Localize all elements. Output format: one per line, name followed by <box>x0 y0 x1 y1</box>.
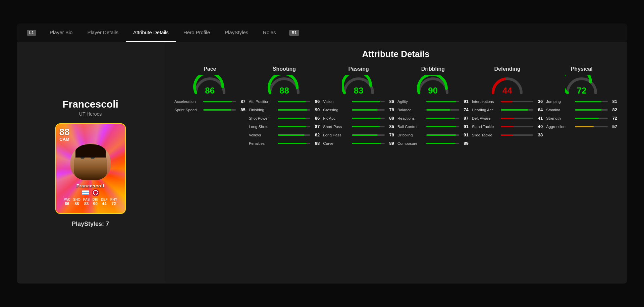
attr-row-reactions: Reactions87 <box>397 116 469 121</box>
category-label-passing: Passing <box>348 66 369 72</box>
attr-name: Volleys <box>249 133 276 137</box>
attr-row-fk-acc: FK Acc.88 <box>323 116 394 121</box>
attr-val: 74 <box>461 107 469 112</box>
nav-tab-player-bio[interactable]: Player Bio <box>42 23 80 42</box>
gauge-value-shooting: 88 <box>279 86 289 95</box>
card-stat-def: DEF44 <box>101 198 108 206</box>
attr-row-dribbling: Dribbling91 <box>397 132 469 137</box>
category-label-defending: Defending <box>494 66 520 72</box>
attr-bar-bg <box>501 134 534 136</box>
nav-tab-attribute-details[interactable]: Attribute Details <box>126 23 176 42</box>
attr-bar-bg <box>426 143 459 144</box>
attr-val: 88 <box>312 141 320 146</box>
attr-bar-bg <box>352 126 385 127</box>
attr-bar-bg <box>575 109 608 111</box>
attr-name: Reactions <box>397 116 424 120</box>
card-stat-pas: PAS83 <box>83 198 90 206</box>
attr-val: 87 <box>312 124 320 129</box>
section-title: Attribute Details <box>174 49 617 59</box>
attr-bar-bg <box>575 101 608 102</box>
attr-name: Interceptions <box>472 100 499 104</box>
nav-tab-roles[interactable]: Roles <box>256 23 283 42</box>
attr-bar-bg <box>278 109 311 111</box>
attr-name: Aggression <box>546 125 573 129</box>
attr-bar-fill <box>501 109 528 111</box>
category-passing: Passing 83Vision86Crossing78FK Acc.88Sho… <box>323 66 394 149</box>
attr-bar-fill <box>352 118 381 119</box>
attr-name: Slide Tackle <box>472 133 499 137</box>
attr-name: Heading Acc. <box>472 108 499 112</box>
attr-bar-bg <box>426 118 459 119</box>
attr-bar-bg <box>501 101 534 102</box>
player-name: Francescoli <box>62 99 118 110</box>
attr-name: Long Shots <box>249 125 276 129</box>
gauge-value-pace: 86 <box>205 86 215 95</box>
attr-bar-fill <box>575 126 594 127</box>
attr-row-agility: Agility91 <box>397 99 469 104</box>
attr-val: 41 <box>535 116 543 121</box>
attr-row-att-position: Att. Position86 <box>249 99 320 104</box>
attr-bar-fill <box>278 118 306 119</box>
main-content: Francescoli UT Heroes 88 CAM <box>17 42 627 284</box>
attr-bar-fill <box>352 109 377 111</box>
category-defending: Defending 44Interceptions36Heading Acc.8… <box>472 66 543 149</box>
nav-tab-hero-profile[interactable]: Hero Profile <box>176 23 217 42</box>
player-card: 88 CAM Francescoli PAC86SHO88PAS83D <box>55 123 126 214</box>
attr-bar-fill <box>426 101 456 102</box>
card-position: CAM <box>59 137 70 142</box>
gauge-physical: 72 <box>565 75 598 95</box>
gauge-shooting: 88 <box>267 75 301 95</box>
card-stat-phy: PHY72 <box>110 198 117 206</box>
card-stat-dri: DRI90 <box>93 198 98 206</box>
attr-bar-fill <box>278 143 307 144</box>
attr-val: 88 <box>387 116 394 121</box>
attr-val: 91 <box>461 99 469 104</box>
category-label-pace: Pace <box>204 66 216 72</box>
attributes-grid: Pace 86Acceleration87Sprint Speed85Shoot… <box>174 66 617 149</box>
attr-row-def-aware: Def. Aware41 <box>472 116 543 121</box>
attr-val: 89 <box>387 141 394 146</box>
attr-row-vision: Vision86 <box>323 99 394 104</box>
attr-bar-bg <box>278 134 311 136</box>
attr-bar-bg <box>278 126 311 127</box>
attr-row-short-pass: Short Pass85 <box>323 124 394 129</box>
gauge-passing: 83 <box>342 75 375 95</box>
attr-bar-bg <box>352 143 385 144</box>
card-stats-row: PAC86SHO88PAS83DRI90DEF44PHY72 <box>59 198 122 206</box>
attr-row-aggression: Aggression57 <box>546 124 617 129</box>
attr-val: 82 <box>610 107 617 112</box>
attr-val: 87 <box>461 116 469 121</box>
gauge-value-defending: 44 <box>502 86 512 95</box>
attr-name: Crossing <box>323 108 350 112</box>
attr-bar-bg <box>501 126 534 127</box>
attr-bar-fill <box>575 118 598 119</box>
attr-row-interceptions: Interceptions36 <box>472 99 543 104</box>
attr-row-penalties: Penalties88 <box>249 141 320 146</box>
attr-val: 72 <box>610 116 617 121</box>
attr-bar-bg <box>352 109 385 111</box>
attr-name: Ball Control <box>397 125 424 129</box>
attr-row-stand-tackle: Stand Tackle40 <box>472 124 543 129</box>
attr-bar-fill <box>501 101 513 102</box>
attr-bar-bg <box>575 118 608 119</box>
attr-name: Shot Power <box>249 116 276 120</box>
attr-bar-fill <box>203 109 231 111</box>
category-label-dribbling: Dribbling <box>421 66 445 72</box>
attr-bar-fill <box>278 134 305 136</box>
gauge-value-dribbling: 90 <box>428 86 438 95</box>
attr-bar-bg <box>203 101 236 102</box>
category-physical: Physical 72Jumping81Stamina82Strength72A… <box>546 66 617 149</box>
attr-bar-bg <box>352 134 385 136</box>
nav-tab-playstyles[interactable]: PlayStyles <box>217 23 256 42</box>
category-dribbling: Dribbling 90Agility91Balance74Reactions8… <box>397 66 469 149</box>
card-rating: 88 <box>59 127 70 137</box>
attr-name: Composure <box>397 141 424 145</box>
attr-bar-fill <box>501 126 514 127</box>
attr-bar-fill <box>426 134 456 136</box>
right-panel: Attribute Details Pace 86Acceleration87S… <box>164 42 627 284</box>
attr-val: 38 <box>535 132 543 137</box>
attr-bar-fill <box>501 134 513 136</box>
nav-tab-player-details[interactable]: Player Details <box>80 23 126 42</box>
attr-val: 78 <box>387 107 394 112</box>
attr-bar-fill <box>575 101 601 102</box>
